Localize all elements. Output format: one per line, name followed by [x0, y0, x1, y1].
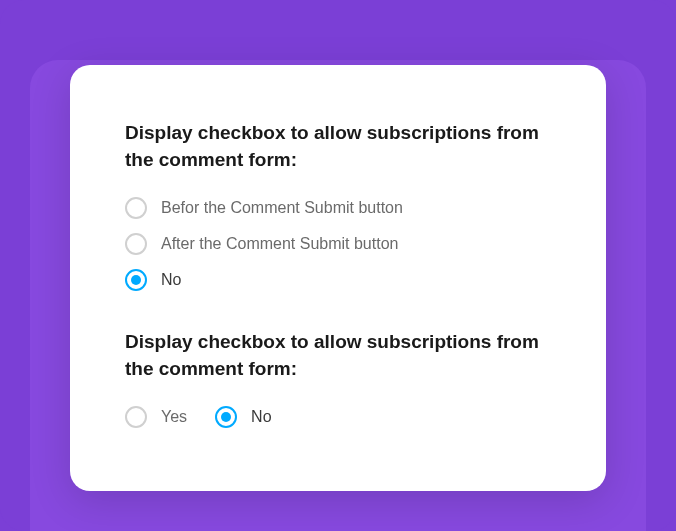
- radio-dot: [221, 412, 231, 422]
- radio-label: No: [251, 408, 271, 426]
- settings-card: Display checkbox to allow subscriptions …: [70, 65, 606, 491]
- radio-label: After the Comment Submit button: [161, 235, 398, 253]
- section2-title: Display checkbox to allow subscriptions …: [125, 329, 551, 382]
- radio-option-before-submit[interactable]: Befor the Comment Submit button: [125, 197, 551, 219]
- radio-icon: [125, 197, 147, 219]
- radio-icon: [125, 406, 147, 428]
- radio-dot: [131, 275, 141, 285]
- outer-background: Display checkbox to allow subscriptions …: [0, 0, 676, 531]
- radio-label: No: [161, 271, 181, 289]
- radio-icon-selected: [215, 406, 237, 428]
- radio-icon-selected: [125, 269, 147, 291]
- radio-label: Befor the Comment Submit button: [161, 199, 403, 217]
- section2-radio-group: Yes No: [125, 406, 551, 428]
- radio-option-no[interactable]: No: [125, 269, 551, 291]
- radio-option-no-2[interactable]: No: [215, 406, 271, 428]
- section1-title: Display checkbox to allow subscriptions …: [125, 120, 551, 173]
- radio-label: Yes: [161, 408, 187, 426]
- section1-radio-group: Befor the Comment Submit button After th…: [125, 197, 551, 291]
- radio-option-yes[interactable]: Yes: [125, 406, 187, 428]
- radio-option-after-submit[interactable]: After the Comment Submit button: [125, 233, 551, 255]
- radio-icon: [125, 233, 147, 255]
